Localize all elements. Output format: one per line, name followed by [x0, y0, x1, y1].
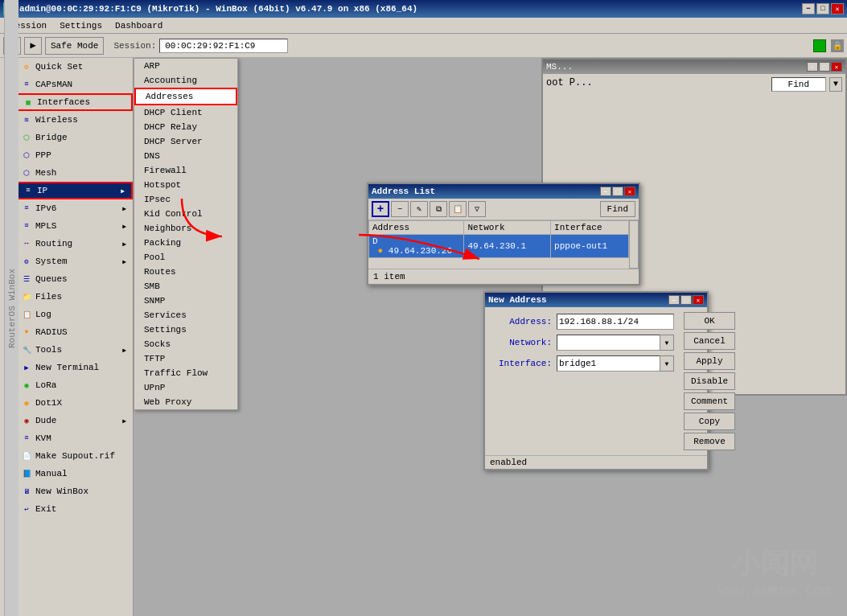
sidebar-item-radius[interactable]: ● RADIUS [14, 323, 133, 341]
sidebar-item-tools[interactable]: 🔧 Tools [14, 341, 133, 359]
submenu-packing[interactable]: Packing [134, 236, 237, 250]
submenu-pool[interactable]: Pool [134, 250, 237, 265]
sidebar-item-kvm[interactable]: ≡ KVM [14, 429, 133, 447]
submenu-hotspot[interactable]: Hotspot [134, 178, 237, 192]
submenu-trafficflow[interactable]: Traffic Flow [134, 366, 237, 380]
sidebar-item-routing[interactable]: ↔ Routing [14, 235, 133, 253]
routeros-label: RouterOS WinBox [4, 0, 19, 616]
disable-button[interactable]: Disable [684, 372, 735, 390]
delete-address-button[interactable]: − [391, 201, 409, 217]
safe-mode-button[interactable]: Safe Mode [45, 37, 104, 55]
submenu-dhcpserver[interactable]: DHCP Server [134, 134, 237, 149]
sidebar-item-mpls[interactable]: ≡ MPLS [14, 217, 133, 235]
routing-icon: ↔ [21, 238, 32, 249]
submenu-neighbors[interactable]: Neighbors [134, 221, 237, 236]
submenu-dhcpclient[interactable]: DHCP Client [134, 105, 237, 120]
bg-dropdown-btn[interactable]: ▼ [829, 77, 842, 92]
close-button[interactable]: ✕ [831, 3, 844, 14]
submenu-accounting[interactable]: Accounting [134, 73, 237, 88]
bg-close-btn[interactable]: ✕ [831, 62, 842, 72]
ok-button[interactable]: OK [684, 312, 735, 330]
sidebar-item-manual[interactable]: 📘 Manual [14, 465, 133, 483]
network-input[interactable] [557, 335, 674, 351]
submenu-services[interactable]: Services [134, 308, 237, 322]
sidebar-item-supout[interactable]: 📄 Make Supout.rif [14, 447, 133, 465]
menu-dashboard[interactable]: Dashboard [109, 19, 169, 32]
supout-icon: 📄 [21, 450, 32, 462]
edit-address-button[interactable]: ✎ [410, 201, 428, 217]
submenu-socks[interactable]: Socks [134, 337, 237, 351]
submenu-arp[interactable]: ARP [134, 59, 237, 73]
apply-button[interactable]: Apply [684, 352, 735, 370]
bg-max-btn[interactable]: □ [819, 62, 830, 72]
sidebar-item-newwinbox[interactable]: 🖥 New WinBox [14, 483, 133, 500]
sidebar-item-mesh[interactable]: ⬡ Mesh [14, 164, 133, 182]
sidebar-item-files[interactable]: 📁 Files [14, 288, 133, 306]
addr-min-btn[interactable]: − [600, 187, 611, 196]
bg-min-btn[interactable]: − [807, 62, 818, 72]
submenu-upnp[interactable]: UPnP [134, 380, 237, 395]
submenu-settings[interactable]: Settings [134, 322, 237, 337]
paste-address-button[interactable]: 📋 [449, 201, 467, 217]
submenu-routes[interactable]: Routes [134, 265, 237, 279]
address-input[interactable] [557, 314, 674, 330]
network-dropdown-btn[interactable]: ▼ [660, 335, 674, 351]
submenu-dns[interactable]: DNS [134, 149, 237, 163]
sidebar-item-log[interactable]: 📋 Log [14, 306, 133, 323]
copy-address-button[interactable]: ⧉ [430, 201, 447, 217]
sidebar-item-dot1x[interactable]: ◉ Dot1X [14, 394, 133, 412]
submenu-smb[interactable]: SMB [134, 279, 237, 294]
watermark-line2: www.xwenw.com [718, 582, 831, 600]
menu-settings[interactable]: Settings [53, 19, 109, 32]
na-min-btn[interactable]: − [668, 295, 680, 305]
minimize-button[interactable]: − [802, 3, 815, 14]
sidebar-item-ppp[interactable]: ⬡ PPP [14, 146, 133, 164]
maximize-button[interactable]: □ [816, 3, 829, 14]
sidebar-item-lora[interactable]: ◉ LoRa [14, 376, 133, 394]
submenu-firewall[interactable]: Firewall [134, 163, 237, 178]
status-led [813, 39, 826, 52]
sidebar-item-dude[interactable]: ◉ Dude [14, 412, 133, 429]
submenu-tftp[interactable]: TFTP [134, 351, 237, 366]
sidebar-item-bridge[interactable]: ⬡ Bridge [14, 129, 133, 146]
bg-partial-label: oot P... [546, 77, 593, 92]
sidebar-item-system[interactable]: ⚙ System [14, 253, 133, 270]
sidebar-item-interfaces[interactable]: ▦ Interfaces [14, 93, 133, 111]
interface-dropdown-btn[interactable]: ▼ [660, 355, 674, 372]
sidebar-item-quickset[interactable]: ⚙ Quick Set [14, 58, 133, 76]
interface-input[interactable] [557, 355, 674, 372]
lock-icon: 🔒 [831, 39, 844, 52]
addr-max-btn[interactable]: □ [612, 187, 623, 196]
menu-bar: Session Settings Dashboard [0, 18, 847, 34]
copy-button[interactable]: Copy [684, 413, 735, 430]
add-address-button[interactable]: + [372, 201, 389, 217]
network-row: Network: ▼ [491, 335, 674, 351]
submenu-ipsec[interactable]: IPsec [134, 192, 237, 207]
table-row[interactable]: D ● 49.64.230.26 49.64.230.1 pppoe-out1 [369, 235, 629, 258]
forward-button[interactable]: ▶ [24, 37, 42, 55]
sidebar-item-capsman[interactable]: ≡ CAPsMAN [14, 76, 133, 93]
submenu-dhcprelay[interactable]: DHCP Relay [134, 120, 237, 134]
comment-button[interactable]: Comment [684, 392, 735, 410]
session-input[interactable]: 00:0C:29:92:F1:C9 [159, 39, 288, 53]
sidebar-item-ipv6[interactable]: ≡ IPv6 [14, 199, 133, 217]
files-icon: 📁 [21, 291, 32, 302]
sidebar-item-ip[interactable]: ≡ IP [14, 182, 133, 199]
remove-button[interactable]: Remove [684, 433, 735, 450]
sidebar-item-exit[interactable]: ↩ Exit [14, 500, 133, 518]
sidebar-item-wireless[interactable]: ≋ Wireless [14, 111, 133, 129]
na-max-btn[interactable]: □ [680, 295, 692, 305]
filter-button[interactable]: ▽ [468, 201, 486, 217]
address-scrollbar[interactable] [629, 220, 639, 269]
submenu-addresses[interactable]: Addresses [134, 88, 237, 105]
sidebar-item-queues[interactable]: ☰ Queues [14, 270, 133, 288]
cancel-button[interactable]: Cancel [684, 332, 735, 350]
submenu-webproxy[interactable]: Web Proxy [134, 395, 237, 409]
submenu-snmp[interactable]: SNMP [134, 294, 237, 308]
find-button[interactable]: Find [600, 201, 635, 217]
sidebar-item-newterminal[interactable]: ▶ New Terminal [14, 359, 133, 376]
addr-close-btn[interactable]: ✕ [624, 187, 635, 196]
bg-find-input[interactable]: Find [771, 77, 826, 92]
na-close-btn[interactable]: ✕ [693, 295, 704, 305]
submenu-kidcontrol[interactable]: Kid Control [134, 207, 237, 221]
